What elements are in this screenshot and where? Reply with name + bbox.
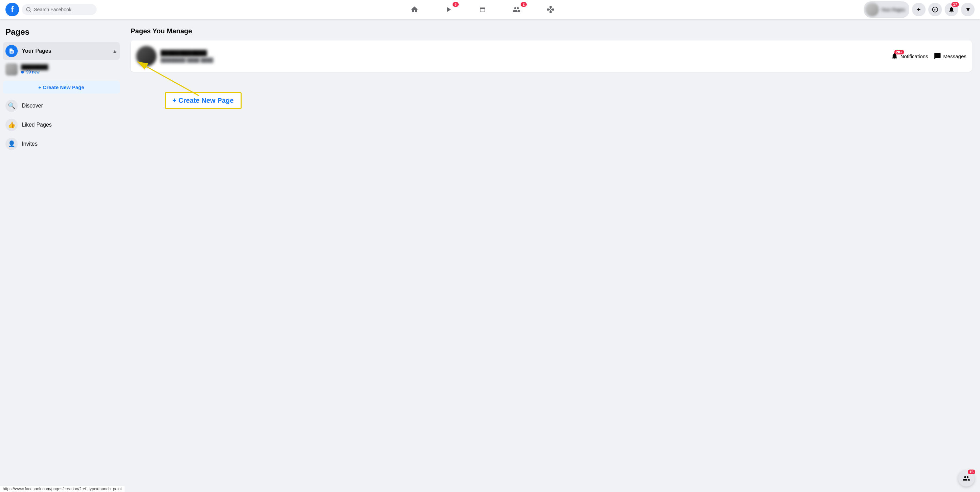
status-bar: https://www.facebook.com/pages/creation/… xyxy=(0,486,124,492)
user-avatar xyxy=(865,3,879,16)
create-new-page-sidebar-btn[interactable]: + Create New Page xyxy=(3,81,120,94)
liked-label: Liked Pages xyxy=(22,122,52,128)
sidebar-item-liked[interactable]: 👍 Liked Pages xyxy=(3,115,120,134)
svg-line-1 xyxy=(30,11,30,11)
page-card-info: ████████████ ████████ ████ ████ xyxy=(161,50,213,63)
page-notif-badge: 20+ xyxy=(894,50,904,54)
sidebar-your-pages-section: Your Pages ▲ ████████ 99 new + Create Ne… xyxy=(3,42,120,94)
nav-watch[interactable]: 6 xyxy=(432,2,465,18)
sidebar-item-invites[interactable]: 👤 Invites xyxy=(3,134,120,153)
notifications-main-badge: 17 xyxy=(951,2,959,7)
chevron-up-icon: ▲ xyxy=(112,48,117,54)
topbar: f Search Facebook 6 2 xyxy=(0,0,980,19)
callout-popup: + Create New Page xyxy=(165,92,242,109)
sidebar-page-item[interactable]: ████████ 99 new xyxy=(3,61,120,78)
topbar-left: f Search Facebook xyxy=(5,3,101,16)
search-placeholder: Search Facebook xyxy=(34,7,72,12)
nav-marketplace[interactable] xyxy=(466,2,499,18)
svg-point-0 xyxy=(27,8,30,11)
nav-gaming[interactable] xyxy=(534,2,567,18)
page-card-right: 20+ Notifications Messages xyxy=(891,53,966,60)
status-url: https://www.facebook.com/pages/creation/… xyxy=(3,487,122,491)
watch-badge: 6 xyxy=(453,2,459,7)
page-card-left: ████████████ ████████ ████ ████ xyxy=(136,46,213,66)
facebook-logo[interactable]: f xyxy=(5,3,19,16)
main-content: Pages You Manage ████████████ ████████ █… xyxy=(123,19,980,492)
your-pages-label: Your Pages xyxy=(22,48,51,54)
sidebar-title: Pages xyxy=(3,24,120,42)
live-users-btn[interactable]: 15 xyxy=(958,470,975,487)
page-new-count: 99 new xyxy=(26,70,40,75)
username-text: Your Pages xyxy=(881,7,905,12)
sidebar: Pages Your Pages ▲ ████████ 99 xyxy=(0,19,123,492)
page-item-info: ████████ 99 new xyxy=(21,64,48,75)
discover-label: Discover xyxy=(22,103,43,109)
page-notifications-label: Notifications xyxy=(900,53,928,59)
nav-home[interactable] xyxy=(398,2,431,18)
annotation-area: + Create New Page xyxy=(130,85,972,109)
liked-icon: 👍 xyxy=(5,119,18,131)
search-icon xyxy=(26,7,31,12)
groups-badge: 2 xyxy=(520,2,527,7)
page-item-name: ████████ xyxy=(21,64,48,70)
topbar-center: 6 2 xyxy=(101,2,864,18)
managed-page-card: ████████████ ████████ ████ ████ 20+ Noti… xyxy=(130,40,972,72)
page-messages-label: Messages xyxy=(943,53,966,59)
user-profile-btn[interactable]: Your Pages xyxy=(864,2,909,18)
page-thumbnail xyxy=(5,63,18,76)
main-layout: Pages Your Pages ▲ ████████ 99 xyxy=(0,19,980,492)
page-card-name: ████████████ xyxy=(161,50,213,56)
live-count-badge: 15 xyxy=(968,470,975,474)
page-messages-btn[interactable]: Messages xyxy=(934,53,966,60)
menu-btn[interactable]: ▾ xyxy=(961,3,975,16)
invites-label: Invites xyxy=(22,141,37,147)
page-dot-icon xyxy=(21,71,24,73)
your-pages-header[interactable]: Your Pages ▲ xyxy=(3,42,120,60)
notifications-btn[interactable]: 17 xyxy=(945,3,958,16)
topbar-right: Your Pages + 17 ▾ xyxy=(864,2,975,18)
page-notifications-btn[interactable]: 20+ Notifications xyxy=(891,53,928,60)
your-pages-icon xyxy=(5,45,18,57)
nav-groups[interactable]: 2 xyxy=(500,2,533,18)
messenger-btn[interactable] xyxy=(928,3,942,16)
content-title: Pages You Manage xyxy=(130,27,972,35)
sidebar-item-discover[interactable]: 🔍 Discover xyxy=(3,96,120,115)
create-btn[interactable]: + xyxy=(912,3,926,16)
callout-popup-text: + Create New Page xyxy=(172,97,234,104)
invites-icon: 👤 xyxy=(5,138,18,150)
page-new-badge: 99 new xyxy=(21,70,48,75)
page-card-avatar xyxy=(136,46,156,66)
discover-icon: 🔍 xyxy=(5,100,18,112)
your-pages-left: Your Pages xyxy=(5,45,51,57)
page-card-meta: ████████ ████ ████ xyxy=(161,57,213,63)
search-bar[interactable]: Search Facebook xyxy=(22,4,97,15)
